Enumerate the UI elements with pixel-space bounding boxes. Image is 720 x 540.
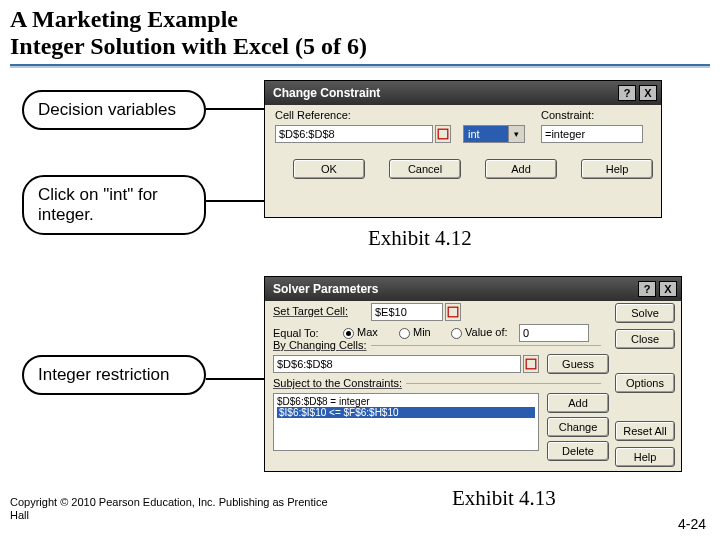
- page-number: 4-24: [678, 516, 706, 532]
- svg-rect-1: [448, 307, 458, 317]
- title-underline-shadow: [10, 66, 710, 68]
- dropdown-operator[interactable]: int ▾: [463, 125, 525, 143]
- grid-icon: [436, 128, 450, 140]
- radio-max[interactable]: Max: [343, 326, 378, 339]
- radio-value-of[interactable]: Value of:: [451, 326, 508, 339]
- add-button[interactable]: Add: [485, 159, 557, 179]
- help-button[interactable]: Help: [615, 447, 675, 467]
- label-constraint: Constraint:: [541, 109, 594, 121]
- dialog-title: Solver Parameters: [273, 282, 378, 296]
- delete-constraint-button[interactable]: Delete: [547, 441, 609, 461]
- dialog-change-constraint: Change Constraint ? X Cell Reference: $D…: [264, 80, 662, 218]
- help-icon[interactable]: ?: [618, 85, 636, 101]
- titlebar: Solver Parameters ? X: [265, 277, 681, 301]
- callout-integer-restriction: Integer restriction: [22, 355, 206, 395]
- reset-all-button[interactable]: Reset All: [615, 421, 675, 441]
- callout-label: Integer restriction: [38, 365, 169, 384]
- chevron-down-icon[interactable]: ▾: [509, 125, 525, 143]
- svg-rect-2: [526, 359, 536, 369]
- input-target-cell[interactable]: $E$10: [371, 303, 443, 321]
- copyright-text: Copyright © 2010 Pearson Education, Inc.…: [10, 496, 340, 522]
- callout-label: Click on "int" for integer.: [38, 185, 158, 224]
- list-item: $I$6:$I$10 <= $F$6:$H$10: [277, 407, 535, 418]
- dropdown-value: int: [468, 128, 480, 140]
- list-item: $D$6:$D$8 = integer: [277, 396, 535, 407]
- close-icon[interactable]: X: [659, 281, 677, 297]
- listbox-constraints[interactable]: $D$6:$D$8 = integer $I$6:$I$10 <= $F$6:$…: [273, 393, 539, 451]
- label-subject-to-constraints: Subject to the Constraints:: [273, 377, 406, 389]
- titlebar: Change Constraint ? X: [265, 81, 661, 105]
- close-button[interactable]: Close: [615, 329, 675, 349]
- callout-decision-variables: Decision variables: [22, 90, 206, 130]
- exhibit-label-413: Exhibit 4.13: [452, 486, 556, 511]
- label-equal-to: Equal To:: [273, 327, 319, 339]
- close-icon[interactable]: X: [639, 85, 657, 101]
- input-constraint[interactable]: =integer: [541, 125, 643, 143]
- solve-button[interactable]: Solve: [615, 303, 675, 323]
- grid-icon: [524, 358, 538, 370]
- range-picker-icon[interactable]: [523, 355, 539, 373]
- radio-icon: [451, 328, 462, 339]
- dialog-title: Change Constraint: [273, 86, 380, 100]
- help-icon[interactable]: ?: [638, 281, 656, 297]
- ok-button[interactable]: OK: [293, 159, 365, 179]
- input-value: $E$10: [375, 306, 407, 318]
- input-value-of[interactable]: 0: [519, 324, 589, 342]
- radio-min[interactable]: Min: [399, 326, 431, 339]
- add-constraint-button[interactable]: Add: [547, 393, 609, 413]
- slide-title-block: A Marketing Example Integer Solution wit…: [0, 0, 720, 62]
- range-picker-icon[interactable]: [445, 303, 461, 321]
- change-constraint-button[interactable]: Change: [547, 417, 609, 437]
- label-by-changing-cells: By Changing Cells:: [273, 339, 371, 351]
- callout-label: Decision variables: [38, 100, 176, 119]
- range-picker-icon[interactable]: [435, 125, 451, 143]
- grid-icon: [446, 306, 460, 318]
- input-value: 0: [523, 327, 529, 339]
- radio-icon: [399, 328, 410, 339]
- input-changing-cells[interactable]: $D$6:$D$8: [273, 355, 521, 373]
- slide-title-line2: Integer Solution with Excel (5 of 6): [10, 33, 710, 60]
- exhibit-label-412: Exhibit 4.12: [368, 226, 472, 251]
- input-value: =integer: [545, 128, 585, 140]
- label-set-target-cell: Set Target Cell:: [273, 305, 348, 317]
- svg-rect-0: [438, 129, 448, 139]
- slide-title-line1: A Marketing Example: [10, 6, 710, 33]
- input-value: $D$6:$D$8: [279, 128, 335, 140]
- callout-click-int: Click on "int" for integer.: [22, 175, 206, 235]
- guess-button[interactable]: Guess: [547, 354, 609, 374]
- input-value: $D$6:$D$8: [277, 358, 333, 370]
- dialog-solver-parameters: Solver Parameters ? X Solve Close Option…: [264, 276, 682, 472]
- radio-icon: [343, 328, 354, 339]
- cancel-button[interactable]: Cancel: [389, 159, 461, 179]
- help-button[interactable]: Help: [581, 159, 653, 179]
- label-cell-reference: Cell Reference:: [275, 109, 351, 121]
- input-cell-reference[interactable]: $D$6:$D$8: [275, 125, 433, 143]
- options-button[interactable]: Options: [615, 373, 675, 393]
